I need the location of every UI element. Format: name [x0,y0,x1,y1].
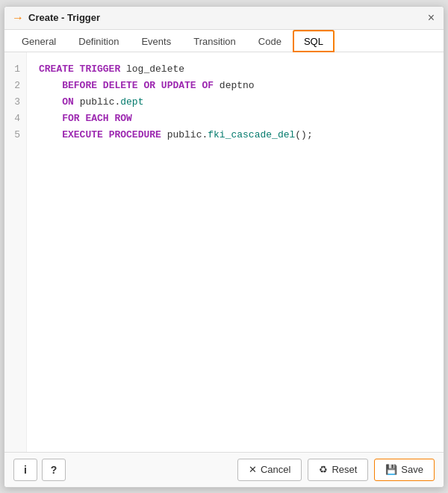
window-title: Create - Trigger [28,12,100,23]
code-line-1: CREATE TRIGGER log_delete [39,61,432,78]
arrow-icon: → [12,11,24,25]
titlebar-left: → Create - Trigger [12,11,100,25]
main-window: → Create - Trigger × General Definition … [4,6,444,488]
line-num-1: 1 [14,61,20,78]
line-num-3: 3 [14,94,20,111]
save-button[interactable]: 💾 Save [374,459,435,481]
tab-code[interactable]: Code [247,30,293,52]
line-num-5: 5 [14,127,20,143]
code-line-3: ON public.dept [39,94,432,111]
footer-right-buttons: ✕ Cancel ♻ Reset 💾 Save [237,459,435,481]
tab-general[interactable]: General [10,30,67,52]
reset-button[interactable]: ♻ Reset [308,459,368,481]
tab-definition[interactable]: Definition [67,30,130,52]
help-button[interactable]: ? [42,459,66,481]
tab-transition[interactable]: Transition [182,30,247,52]
info-button[interactable]: i [13,459,37,481]
save-label: Save [401,464,423,475]
line-num-4: 4 [14,111,20,127]
code-line-5: EXECUTE PROCEDURE public.fki_cascade_del… [39,127,432,143]
line-num-2: 2 [14,78,20,94]
code-editor[interactable]: CREATE TRIGGER log_delete BEFORE DELETE … [27,52,444,452]
sql-content-area: 1 2 3 4 5 CREATE TRIGGER log_delete BEFO… [4,52,444,452]
footer-left-buttons: i ? [13,459,66,481]
reset-icon: ♻ [319,464,328,475]
cancel-icon: ✕ [249,464,257,475]
code-line-4: FOR EACH ROW [39,111,432,127]
tab-sql[interactable]: SQL [293,30,335,52]
cancel-button[interactable]: ✕ Cancel [237,459,302,481]
tab-events[interactable]: Events [130,30,182,52]
reset-label: Reset [332,464,357,475]
tab-bar: General Definition Events Transition Cod… [4,30,444,52]
footer: i ? ✕ Cancel ♻ Reset 💾 Save [4,452,444,487]
cancel-label: Cancel [261,464,290,475]
titlebar: → Create - Trigger × [4,7,444,30]
line-numbers: 1 2 3 4 5 [4,52,27,452]
save-icon: 💾 [385,464,397,475]
code-line-2: BEFORE DELETE OR UPDATE OF deptno [39,78,432,94]
close-button[interactable]: × [426,12,436,24]
